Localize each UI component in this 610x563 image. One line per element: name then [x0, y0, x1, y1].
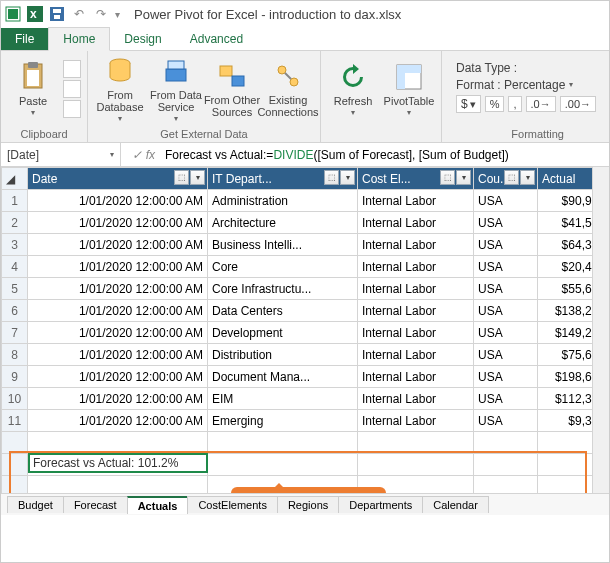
cell-cost[interactable]: Internal Labor [358, 410, 474, 432]
undo-icon[interactable]: ↶ [71, 6, 87, 22]
tab-design[interactable]: Design [110, 28, 175, 50]
cell-cost[interactable]: Internal Labor [358, 278, 474, 300]
paste-replace-icon[interactable] [63, 80, 81, 98]
cell-dept[interactable]: Distribution [208, 344, 358, 366]
table-row[interactable]: 2 1/01/2020 12:00:00 AM Architecture Int… [2, 212, 610, 234]
sheet-tab-budget[interactable]: Budget [7, 496, 64, 513]
cell-dept[interactable]: EIM [208, 388, 358, 410]
relation-icon[interactable]: ⬚ [504, 170, 519, 185]
cell-dept[interactable]: Business Intelli... [208, 234, 358, 256]
select-all-corner[interactable]: ◢ [2, 168, 28, 190]
sheet-tab-regions[interactable]: Regions [277, 496, 339, 513]
column-header-country[interactable]: Cou...⬚▾ [474, 168, 538, 190]
name-box[interactable]: [Date] ▾ [1, 143, 121, 166]
cell-date[interactable]: 1/01/2020 12:00:00 AM [28, 190, 208, 212]
fx-icon[interactable]: ✓ fx [121, 148, 161, 162]
table-row[interactable]: 5 1/01/2020 12:00:00 AM Core Infrastruct… [2, 278, 610, 300]
cell-date[interactable]: 1/01/2020 12:00:00 AM [28, 366, 208, 388]
currency-button[interactable]: $▾ [456, 95, 481, 113]
cell-cost[interactable]: Internal Labor [358, 212, 474, 234]
from-database-button[interactable]: From Database ▾ [94, 54, 146, 124]
sheet-tab-calendar[interactable]: Calendar [422, 496, 489, 513]
copy-icon[interactable] [63, 100, 81, 118]
cell-dept[interactable]: Emerging [208, 410, 358, 432]
tab-advanced[interactable]: Advanced [176, 28, 257, 50]
row-number[interactable]: 5 [2, 278, 28, 300]
cell-dept[interactable]: Core Infrastructu... [208, 278, 358, 300]
row-number[interactable]: 9 [2, 366, 28, 388]
table-row[interactable]: 6 1/01/2020 12:00:00 AM Data Centers Int… [2, 300, 610, 322]
cell-date[interactable]: 1/01/2020 12:00:00 AM [28, 278, 208, 300]
row-number[interactable]: 2 [2, 212, 28, 234]
comma-button[interactable]: , [508, 96, 521, 112]
row-number[interactable]: 11 [2, 410, 28, 432]
sheet-tab-costelements[interactable]: CostElements [187, 496, 277, 513]
row-number[interactable]: 1 [2, 190, 28, 212]
filter-icon[interactable]: ▾ [340, 170, 355, 185]
filter-icon[interactable]: ▾ [520, 170, 535, 185]
column-header-dept[interactable]: IT Depart...⬚▾ [208, 168, 358, 190]
row-number[interactable]: 4 [2, 256, 28, 278]
cell-country[interactable]: USA [474, 190, 538, 212]
pivottable-button[interactable]: PivotTable ▾ [383, 54, 435, 124]
cell-cost[interactable]: Internal Labor [358, 344, 474, 366]
table-row[interactable]: 9 1/01/2020 12:00:00 AM Document Mana...… [2, 366, 610, 388]
cell-dept[interactable]: Core [208, 256, 358, 278]
cell-date[interactable]: 1/01/2020 12:00:00 AM [28, 256, 208, 278]
table-row[interactable]: 1 1/01/2020 12:00:00 AM Administration I… [2, 190, 610, 212]
cell-country[interactable]: USA [474, 278, 538, 300]
qat-dropdown-icon[interactable]: ▾ [115, 9, 120, 20]
cell-date[interactable]: 1/01/2020 12:00:00 AM [28, 388, 208, 410]
cell-cost[interactable]: Internal Labor [358, 300, 474, 322]
cell-dept[interactable]: Development [208, 322, 358, 344]
from-other-sources-button[interactable]: From Other Sources [206, 54, 258, 124]
formula-input[interactable]: Forecast vs Actual:=DIVIDE([Sum of Forec… [161, 148, 609, 162]
increase-decimal-button[interactable]: .0→ [526, 96, 556, 112]
cell-date[interactable]: 1/01/2020 12:00:00 AM [28, 410, 208, 432]
column-header-date[interactable]: Date⬚▾ [28, 168, 208, 190]
relation-icon[interactable]: ⬚ [440, 170, 455, 185]
table-row[interactable]: 7 1/01/2020 12:00:00 AM Development Inte… [2, 322, 610, 344]
cell-dept[interactable]: Document Mana... [208, 366, 358, 388]
cell-cost[interactable]: Internal Labor [358, 322, 474, 344]
cell-country[interactable]: USA [474, 322, 538, 344]
existing-connections-button[interactable]: Existing Connections [262, 54, 314, 124]
relation-icon[interactable]: ⬚ [324, 170, 339, 185]
cell-country[interactable]: USA [474, 388, 538, 410]
row-number[interactable]: 6 [2, 300, 28, 322]
cell-date[interactable]: 1/01/2020 12:00:00 AM [28, 344, 208, 366]
table-row[interactable]: 11 1/01/2020 12:00:00 AM Emerging Intern… [2, 410, 610, 432]
refresh-button[interactable]: Refresh ▾ [327, 54, 379, 124]
tab-home[interactable]: Home [48, 27, 110, 51]
vertical-scrollbar[interactable] [592, 167, 609, 493]
row-number[interactable]: 8 [2, 344, 28, 366]
format-selector[interactable]: Format : Percentage ▾ [456, 78, 596, 92]
cell-date[interactable]: 1/01/2020 12:00:00 AM [28, 212, 208, 234]
table-row[interactable]: 3 1/01/2020 12:00:00 AM Business Intelli… [2, 234, 610, 256]
from-data-service-button[interactable]: From Data Service ▾ [150, 54, 202, 124]
table-row[interactable]: 8 1/01/2020 12:00:00 AM Distribution Int… [2, 344, 610, 366]
cell-country[interactable]: USA [474, 344, 538, 366]
cell-country[interactable]: USA [474, 366, 538, 388]
cell-country[interactable]: USA [474, 300, 538, 322]
sheet-tab-departments[interactable]: Departments [338, 496, 423, 513]
cell-cost[interactable]: Internal Labor [358, 190, 474, 212]
filter-icon[interactable]: ▾ [456, 170, 471, 185]
tab-file[interactable]: File [1, 28, 48, 50]
sheet-tab-forecast[interactable]: Forecast [63, 496, 128, 513]
relation-icon[interactable]: ⬚ [174, 170, 189, 185]
measure-cell-selected[interactable]: Forecast vs Actual: 101.2% [28, 453, 208, 473]
table-row[interactable]: 4 1/01/2020 12:00:00 AM Core Internal La… [2, 256, 610, 278]
cell-cost[interactable]: Internal Labor [358, 234, 474, 256]
cell-cost[interactable]: Internal Labor [358, 256, 474, 278]
measure-row[interactable] [2, 432, 610, 454]
cell-dept[interactable]: Architecture [208, 212, 358, 234]
column-header-cost[interactable]: Cost El...⬚▾ [358, 168, 474, 190]
percent-button[interactable]: % [485, 96, 505, 112]
cell-date[interactable]: 1/01/2020 12:00:00 AM [28, 234, 208, 256]
cell-dept[interactable]: Administration [208, 190, 358, 212]
save-icon[interactable] [49, 6, 65, 22]
cell-date[interactable]: 1/01/2020 12:00:00 AM [28, 300, 208, 322]
cell-date[interactable]: 1/01/2020 12:00:00 AM [28, 322, 208, 344]
cell-cost[interactable]: Internal Labor [358, 366, 474, 388]
